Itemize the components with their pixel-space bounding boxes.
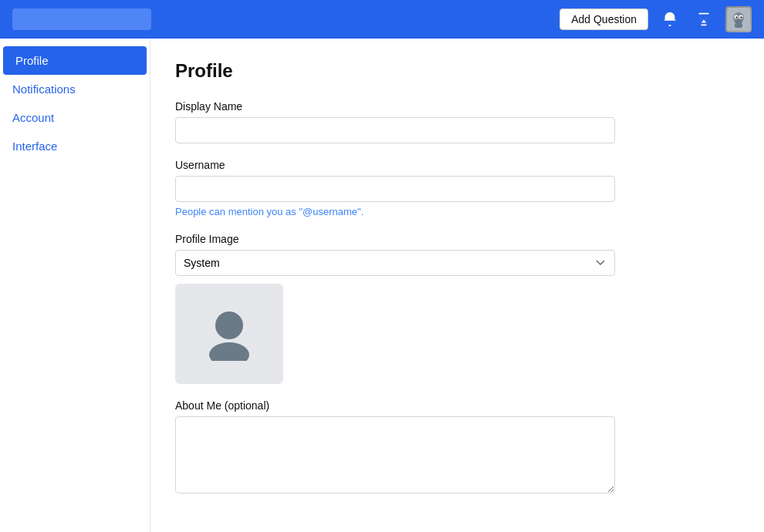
profile-image-group: Profile Image System [175,233,739,384]
main-content: Profile Display Name Username People can… [150,39,764,532]
display-name-group: Display Name [175,100,739,143]
svg-point-6 [740,16,742,18]
username-group: Username People can mention you as "@use… [175,159,739,217]
svg-rect-0 [701,24,706,25]
header: Add Question [0,0,764,39]
username-hint: People can mention you as "@username". [175,206,739,217]
trophy-icon[interactable] [691,7,716,32]
svg-point-10 [209,342,249,361]
sidebar-item-notifications[interactable]: Notifications [0,75,150,103]
svg-point-9 [215,311,243,339]
bell-icon[interactable] [658,7,682,32]
profile-image-select[interactable]: System [175,250,615,276]
profile-image-preview [175,284,283,384]
add-question-button[interactable]: Add Question [559,8,648,30]
username-label: Username [175,159,739,171]
sidebar-item-interface[interactable]: Interface [0,132,150,160]
profile-image-label: Profile Image [175,233,739,245]
username-input[interactable] [175,176,615,202]
sidebar-item-account[interactable]: Account [0,103,150,132]
logo [12,8,151,30]
about-me-textarea[interactable] [175,416,615,493]
about-me-label: About Me (optional) [175,399,739,412]
avatar-image [725,6,752,32]
avatar[interactable] [725,6,752,32]
header-actions: Add Question [559,6,752,32]
display-name-input[interactable] [175,117,615,143]
svg-rect-8 [735,23,742,28]
about-me-group: About Me (optional) [175,399,739,497]
layout: Profile Notifications Account Interface … [0,39,764,532]
profile-placeholder-icon [203,307,255,361]
svg-point-5 [735,16,737,18]
sidebar-item-profile[interactable]: Profile [3,46,147,75]
display-name-label: Display Name [175,100,739,113]
page-title: Profile [175,60,739,82]
sidebar: Profile Notifications Account Interface [0,39,150,532]
